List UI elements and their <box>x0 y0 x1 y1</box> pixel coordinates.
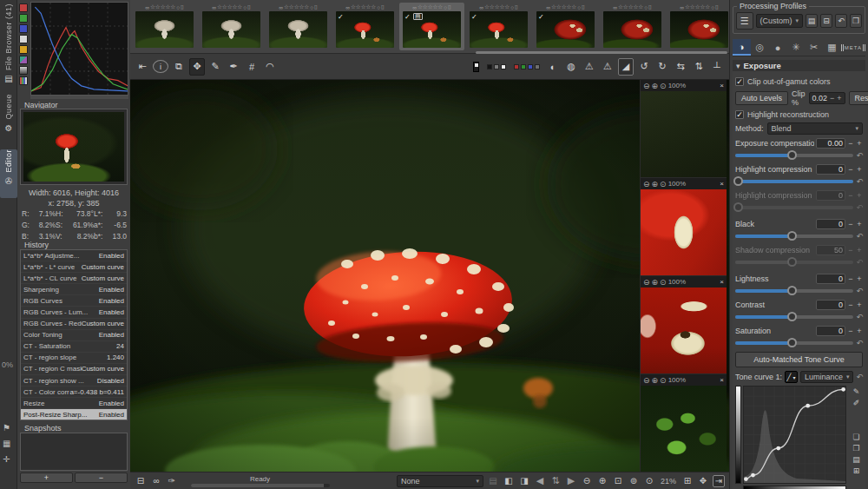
filmstrip-thumb[interactable]: ∞☆☆☆☆☆○▯ ✓ <box>533 3 598 50</box>
zoom-out-icon[interactable]: ⊖ <box>581 475 593 487</box>
next-image-icon[interactable]: ▶ <box>565 475 577 487</box>
circle-icon[interactable]: ○ <box>176 4 180 10</box>
snapshot-add-button[interactable]: + <box>20 472 73 483</box>
history-row[interactable]: L*a*b* Adjustme...Enabled <box>21 250 127 261</box>
star-rating[interactable]: ☆☆☆☆☆ <box>418 3 443 10</box>
slider-value[interactable]: 50 <box>816 245 845 255</box>
tab-exposure[interactable]: ◑ <box>733 39 751 56</box>
zoom-out-icon[interactable]: ⊖ <box>643 278 650 287</box>
before-after-right-icon[interactable]: ◨ <box>518 475 530 487</box>
collapse-left-panel-icon[interactable]: ⇤ <box>135 58 150 76</box>
sync-icon[interactable]: ⇅ <box>549 475 562 487</box>
slider-value[interactable]: 0 <box>816 326 845 336</box>
detail-view[interactable] <box>641 386 727 472</box>
trash-icon[interactable]: ▯ <box>314 3 318 10</box>
soft-proofing-icon[interactable]: ▤ <box>487 475 499 487</box>
zoom-fit-crop-icon[interactable]: ⊚ <box>628 475 640 487</box>
curve-type-select[interactable]: ╱▾ <box>785 371 798 383</box>
zoom-fit-icon[interactable]: ⊡ <box>612 475 624 487</box>
curve-save-icon[interactable]: ⊞ <box>853 466 860 475</box>
before-after-icon[interactable]: ◐ <box>545 58 561 76</box>
detail-view[interactable] <box>641 91 727 177</box>
profile-restore-icon[interactable]: ↶ <box>835 14 847 28</box>
highlight-clip-warning-icon[interactable]: ⚠ <box>582 58 597 76</box>
filmstrip-thumb-selected[interactable]: ∞☆☆☆☆☆○▯ ✓ ▤ <box>399 3 464 50</box>
dual-view-icon[interactable]: ⧉ <box>171 58 187 76</box>
tab-file-browser[interactable]: File Browser (41) ▤ <box>0 3 17 87</box>
history-row[interactable]: CT - region slope1.240 <box>21 353 127 364</box>
color-label-icon[interactable]: ∞ <box>613 4 617 10</box>
slider-knob[interactable] <box>787 286 797 295</box>
bg-color-swatches[interactable] <box>486 64 507 69</box>
reset-icon[interactable]: ↶ <box>856 287 863 295</box>
trash-icon[interactable]: ▯ <box>582 3 585 10</box>
slider-knob[interactable] <box>787 338 797 347</box>
zoom-in-icon[interactable]: ⊕ <box>652 82 659 90</box>
color-label-icon[interactable]: ∞ <box>412 4 417 10</box>
circle-icon[interactable]: ○ <box>711 4 714 10</box>
profile-list-icon[interactable]: ☰ <box>736 12 753 30</box>
circle-icon[interactable]: ○ <box>644 4 648 10</box>
rotate-left-icon[interactable]: ↺ <box>636 58 652 76</box>
curve-pen-icon[interactable]: ✐ <box>853 399 860 407</box>
slider-value[interactable]: 0 <box>816 300 845 310</box>
background-color-toggle[interactable] <box>473 62 479 72</box>
reset-icon[interactable]: ↶ <box>856 232 863 241</box>
filmstrip-thumb[interactable]: ∞☆☆☆☆☆○▯ ✓ <box>332 3 398 50</box>
history-row[interactable]: L*a*b* - L* curveCustom curve <box>21 261 127 273</box>
clip-gamut-checkbox[interactable]: ✓ Clip out-of-gamut colors <box>735 77 863 86</box>
trash-icon[interactable]: ▯ <box>715 3 719 10</box>
reset-icon[interactable]: ↶ <box>856 177 863 186</box>
detail-window-2[interactable]: ⊖ ⊕ ⊙ 100% × <box>640 178 727 276</box>
detail-view[interactable] <box>641 189 727 275</box>
history-row[interactable]: SharpeningEnabled <box>21 284 127 295</box>
zoom-in-icon[interactable]: ⊕ <box>652 278 659 287</box>
color-label-icon[interactable]: ∞ <box>150 475 162 487</box>
zoom-100-icon[interactable]: ⊙ <box>660 278 667 287</box>
curve-overlay-icon[interactable]: ◢ <box>618 58 634 76</box>
curve-copy-icon[interactable]: ❏ <box>852 433 859 441</box>
filmstrip-thumb[interactable]: ∞☆☆☆☆☆○▯ <box>667 3 729 50</box>
reset-icon[interactable]: ↶ <box>856 339 863 347</box>
star-rating[interactable]: ☆☆☆☆☆ <box>618 3 643 10</box>
history-row[interactable]: RGB Curves - Lum...Enabled <box>21 307 127 318</box>
history-row[interactable]: CT - region C maskCustom curve <box>21 364 127 375</box>
curve-edit-icon[interactable]: ✎ <box>853 387 860 396</box>
auto-levels-button[interactable]: Auto Levels <box>735 91 788 105</box>
circle-icon[interactable]: ○ <box>510 4 514 10</box>
snapshot-remove-button[interactable]: − <box>75 472 128 483</box>
zoom-100-icon[interactable]: ⊙ <box>660 82 667 90</box>
flag-add-icon[interactable]: ⚑ <box>3 423 10 433</box>
auto-matched-tone-curve-button[interactable]: Auto-Matched Tone Curve <box>735 352 863 367</box>
zoom-in-icon[interactable]: ⊕ <box>652 376 659 385</box>
previous-image-icon[interactable]: ◀ <box>534 475 546 487</box>
trash-icon[interactable]: ▯ <box>448 3 451 10</box>
histogram-raw-button[interactable] <box>19 56 28 64</box>
detail-view[interactable] <box>641 287 727 373</box>
zoom-100-icon[interactable]: ⊙ <box>643 475 655 487</box>
channel-swatches[interactable] <box>513 64 541 69</box>
history-row[interactable]: L*a*b* - CL curveCustom curve <box>21 273 127 284</box>
profile-copy-icon[interactable]: ❐ <box>850 14 862 28</box>
circle-icon[interactable]: ○ <box>444 4 447 10</box>
shadow-clip-warning-icon[interactable]: ⚠ <box>600 58 615 76</box>
zoom-100-icon[interactable]: ⊙ <box>660 180 667 188</box>
histogram-green-button[interactable] <box>19 14 28 23</box>
edit-external-icon[interactable]: ✑ <box>166 475 178 487</box>
exposure-section-header[interactable]: ▾ Exposure <box>733 60 865 71</box>
fullscreen-icon[interactable]: ✥ <box>697 475 709 487</box>
tone-curve1-mode-select[interactable]: Luminance▾ <box>800 371 854 383</box>
tab-color[interactable]: ● <box>769 39 787 56</box>
curve-paste-icon[interactable]: ❐ <box>852 444 859 453</box>
color-label-icon[interactable]: ∞ <box>680 4 684 10</box>
histogram-blue-button[interactable] <box>19 24 28 33</box>
grid-icon[interactable]: ▦ <box>3 439 10 448</box>
trash-icon[interactable]: ▯ <box>515 3 518 10</box>
filmstrip-thumb[interactable]: ∞☆☆☆☆☆○▯ <box>132 3 197 50</box>
histogram-red-button[interactable] <box>19 3 28 12</box>
before-after-left-icon[interactable]: ◧ <box>503 475 515 487</box>
star-rating[interactable]: ☆☆☆☆☆ <box>150 3 175 10</box>
reset-icon[interactable]: ↶ <box>856 313 863 321</box>
add-detail-window-icon[interactable]: ⊞ <box>681 475 694 487</box>
curve-load-icon[interactable]: ▤ <box>852 455 860 464</box>
